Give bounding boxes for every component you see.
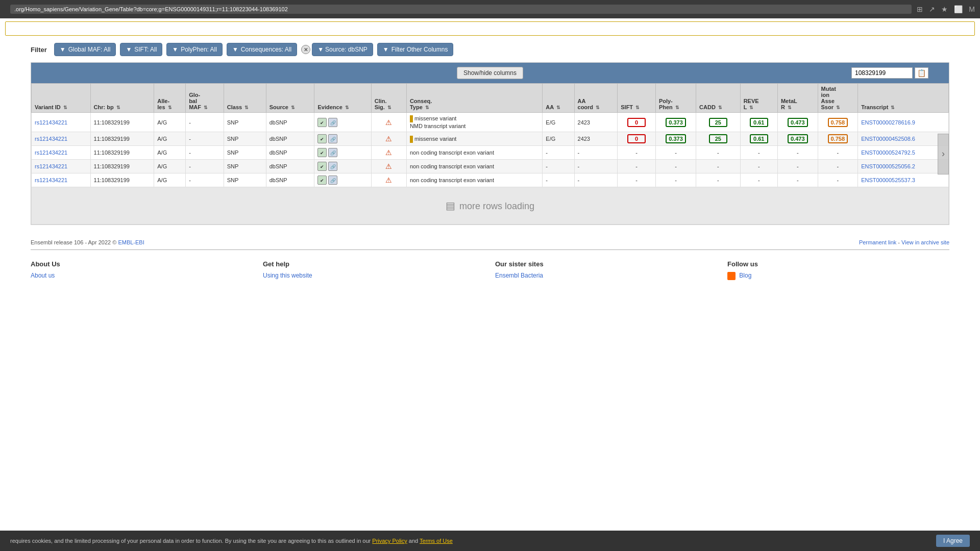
- metalr-badge: 0.473: [788, 134, 808, 143]
- filter-funnel-icon-4: ▼: [232, 46, 238, 53]
- evidence-icon-2[interactable]: 🔗: [328, 176, 337, 185]
- table-search-input[interactable]: [851, 67, 913, 79]
- variant-id-cell[interactable]: rs121434221: [32, 146, 91, 160]
- sift-badge: 0: [627, 134, 646, 143]
- col-alleles[interactable]: Alle-les ⇅: [154, 84, 186, 113]
- transcript-cell[interactable]: ENST00000452508.6: [858, 132, 949, 146]
- evidence-icon-1[interactable]: ✔: [317, 118, 327, 127]
- transcript-cell[interactable]: ENST00000525537.3: [858, 173, 949, 187]
- transcript-cell-link[interactable]: ENST00000525056.2: [861, 163, 915, 169]
- col-metalr[interactable]: MetaLR ⇅: [777, 84, 818, 113]
- variant-id-cell-link[interactable]: rs121434221: [35, 119, 67, 126]
- transcript-cell[interactable]: ENST00000524792.5: [858, 146, 949, 160]
- filter-funnel-icon-2: ▼: [126, 46, 132, 53]
- source-clear-button[interactable]: ✕: [301, 45, 310, 54]
- polyphen-filter[interactable]: ▼ PolyPhen: All: [166, 43, 223, 56]
- variant-id-cell-link[interactable]: rs121434221: [35, 177, 67, 183]
- variant-id-cell[interactable]: rs121434221: [32, 173, 91, 187]
- terms-of-use-link[interactable]: Terms of Use: [420, 538, 453, 544]
- evidence-icon-1[interactable]: ✔: [317, 134, 327, 143]
- footer-about-us-link[interactable]: About us: [31, 272, 253, 279]
- polyphen-badge: 0.373: [666, 118, 686, 127]
- source-filter[interactable]: ▼ Source: dbSNP: [312, 43, 373, 56]
- col-sift[interactable]: SIFT ⇅: [618, 84, 656, 113]
- main-table-container: Show/hide columns 📋 Variant ID ⇅ Chr: bp…: [31, 62, 949, 225]
- col-conseq-type[interactable]: Conseq.Type ⇅: [406, 84, 542, 113]
- transcript-cell-link[interactable]: ENST00000525537.3: [861, 177, 915, 183]
- chr-bp-cell: 11:108329199: [90, 113, 154, 132]
- evidence-icon-1[interactable]: ✔: [317, 176, 327, 185]
- privacy-policy-link[interactable]: Privacy Policy: [372, 538, 407, 544]
- cookie-agree-button[interactable]: I Agree: [936, 535, 970, 547]
- col-evidence[interactable]: Evidence ⇅: [314, 84, 371, 113]
- evidence-icon-2[interactable]: 🔗: [328, 118, 337, 127]
- aa-cell: -: [543, 146, 574, 160]
- col-global-maf[interactable]: Glo-balMAF ⇅: [186, 84, 224, 113]
- browser-icon-4[interactable]: ⬜: [954, 5, 963, 13]
- variant-id-cell-link[interactable]: rs121434221: [35, 136, 67, 142]
- variant-id-cell-link[interactable]: rs121434221: [35, 149, 67, 156]
- variant-id-cell[interactable]: rs121434221: [32, 132, 91, 146]
- rss-icon: [727, 272, 736, 280]
- revel-cell: -: [740, 160, 777, 173]
- class-cell: SNP: [224, 132, 266, 146]
- filter-other-columns[interactable]: ▼ Filter Other Columns: [377, 43, 454, 56]
- transcript-cell[interactable]: ENST00000278616.9: [858, 113, 949, 132]
- footer-using-link[interactable]: Using this website: [263, 272, 485, 279]
- permanent-link[interactable]: Permanent link: [859, 239, 896, 245]
- evidence-icon-2[interactable]: 🔗: [328, 162, 337, 171]
- global-maf-label: Global MAF: All: [68, 46, 111, 53]
- aa-coord-cell: -: [574, 146, 618, 160]
- col-transcript[interactable]: Transcript ⇅: [858, 84, 949, 113]
- transcript-cell-link[interactable]: ENST00000524792.5: [861, 149, 915, 156]
- variant-id-cell[interactable]: rs121434221: [32, 160, 91, 173]
- evidence-icon-1[interactable]: ✔: [317, 162, 327, 171]
- conseq-line: missense variant: [410, 135, 539, 143]
- col-clin-sig[interactable]: Clin.Sig. ⇅: [371, 84, 406, 113]
- transcript-cell-link[interactable]: ENST00000452508.6: [861, 136, 915, 142]
- sift-filter[interactable]: ▼ SIFT: All: [120, 43, 162, 56]
- evidence-icon-1[interactable]: ✔: [317, 148, 327, 157]
- mutation-assessor-cell: 0.758: [818, 132, 858, 146]
- col-aa-coord[interactable]: AAcoord ⇅: [574, 84, 618, 113]
- col-poly-phen[interactable]: Poly-Phen ⇅: [655, 84, 696, 113]
- transcript-cell-link[interactable]: ENST00000278616.9: [861, 119, 915, 126]
- table-export-button[interactable]: 📋: [915, 67, 928, 79]
- col-aa[interactable]: AA ⇅: [543, 84, 574, 113]
- cadd-cell: 25: [696, 132, 741, 146]
- browser-icon-3[interactable]: ★: [941, 5, 948, 13]
- col-class[interactable]: Class ⇅: [224, 84, 266, 113]
- embl-ebi-link[interactable]: EMBL-EBI: [118, 239, 144, 245]
- evidence-icon-2[interactable]: 🔗: [328, 148, 337, 157]
- footer-bacteria-link[interactable]: Ensembl Bacteria: [495, 272, 717, 279]
- variant-id-cell[interactable]: rs121434221: [32, 113, 91, 132]
- col-source[interactable]: Source ⇅: [266, 84, 314, 113]
- chr-bp-cell: 11:108329199: [90, 146, 154, 160]
- variant-table: Variant ID ⇅ Chr: bp ⇅ Alle-les ⇅ Glo-ba…: [31, 83, 949, 224]
- col-chr-bp[interactable]: Chr: bp ⇅: [90, 84, 154, 113]
- scroll-right-arrow[interactable]: ›: [938, 134, 949, 174]
- archive-link[interactable]: View in archive site: [901, 239, 949, 245]
- table-row: rs12143422111:108329199A/G-SNPdbSNP✔🔗⚠no…: [32, 160, 949, 173]
- browser-icon-5[interactable]: M: [969, 5, 975, 13]
- footer-blog-link[interactable]: Blog: [727, 272, 949, 280]
- footer-about: About Us About us: [31, 260, 253, 282]
- browser-icon-2[interactable]: ↗: [929, 5, 935, 13]
- col-variant-id[interactable]: Variant ID ⇅: [32, 84, 91, 113]
- variant-id-cell-link[interactable]: rs121434221: [35, 163, 67, 169]
- conseq-type-cell: missense variantNMD transcript variant: [406, 113, 542, 132]
- revel-cell: 0.61: [740, 113, 777, 132]
- col-cadd[interactable]: CADD ⇅: [696, 84, 741, 113]
- transcript-cell[interactable]: ENST00000525056.2: [858, 160, 949, 173]
- show-hide-columns-button[interactable]: Show/hide columns: [457, 67, 523, 79]
- evidence-icon-2[interactable]: 🔗: [328, 134, 337, 143]
- aa-cell: E/G: [543, 132, 574, 146]
- consequences-filter[interactable]: ▼ Consequences: All: [227, 43, 297, 56]
- global-maf-filter[interactable]: ▼ Global MAF: All: [54, 43, 116, 56]
- col-revel[interactable]: REVEL ⇅: [740, 84, 777, 113]
- search-area: [5, 21, 975, 36]
- metalr-cell: -: [777, 173, 818, 187]
- browser-icon-1[interactable]: ⊞: [917, 5, 923, 13]
- footer-about-heading: About Us: [31, 260, 253, 268]
- col-mutation-assessor[interactable]: MutationAsseSsor ⇅: [818, 84, 858, 113]
